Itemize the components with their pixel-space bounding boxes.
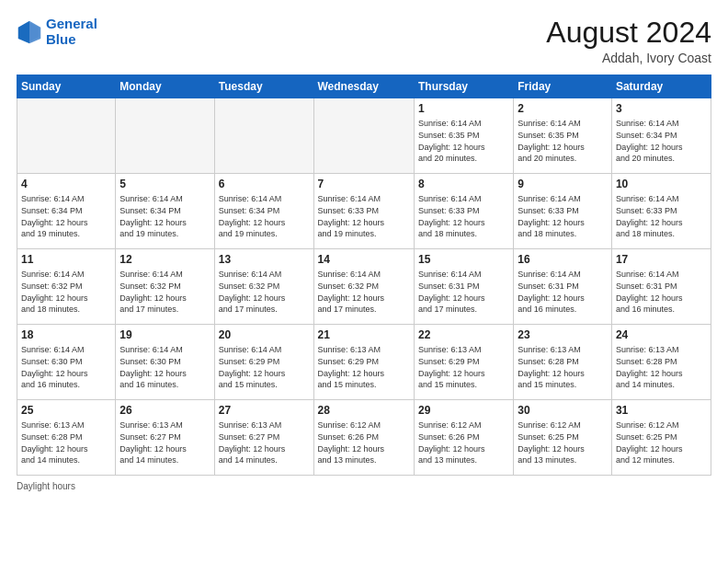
day-detail: Sunrise: 6:12 AMSunset: 6:26 PMDaylight:… bbox=[318, 419, 410, 465]
calendar-cell: 13Sunrise: 6:14 AMSunset: 6:32 PMDayligh… bbox=[214, 249, 313, 325]
day-detail: Sunrise: 6:12 AMSunset: 6:25 PMDaylight:… bbox=[518, 419, 608, 465]
logo-text: General Blue bbox=[46, 17, 97, 47]
calendar-cell: 5Sunrise: 6:14 AMSunset: 6:34 PMDaylight… bbox=[116, 174, 214, 249]
day-number: 27 bbox=[219, 403, 310, 418]
day-detail: Sunrise: 6:14 AMSunset: 6:34 PMDaylight:… bbox=[21, 193, 111, 239]
day-number: 18 bbox=[21, 327, 111, 342]
day-detail: Sunrise: 6:13 AMSunset: 6:29 PMDaylight:… bbox=[418, 344, 509, 390]
day-detail: Sunrise: 6:14 AMSunset: 6:32 PMDaylight:… bbox=[219, 269, 310, 315]
calendar-cell: 12Sunrise: 6:14 AMSunset: 6:32 PMDayligh… bbox=[116, 249, 214, 325]
calendar-cell: 9Sunrise: 6:14 AMSunset: 6:33 PMDaylight… bbox=[514, 174, 612, 249]
day-number: 21 bbox=[318, 327, 410, 342]
day-detail: Sunrise: 6:13 AMSunset: 6:28 PMDaylight:… bbox=[518, 344, 608, 390]
calendar-cell: 25Sunrise: 6:13 AMSunset: 6:28 PMDayligh… bbox=[17, 400, 116, 476]
day-number: 8 bbox=[418, 177, 509, 191]
day-number: 3 bbox=[616, 101, 707, 116]
page: General Blue August 2024 Addah, Ivory Co… bbox=[0, 0, 728, 563]
day-number: 30 bbox=[518, 403, 608, 418]
calendar-cell: 31Sunrise: 6:12 AMSunset: 6:25 PMDayligh… bbox=[611, 400, 711, 476]
day-number: 14 bbox=[318, 252, 410, 267]
day-detail: Sunrise: 6:13 AMSunset: 6:27 PMDaylight:… bbox=[219, 419, 310, 465]
calendar-header-sunday: Sunday bbox=[17, 75, 116, 98]
calendar-cell: 21Sunrise: 6:13 AMSunset: 6:29 PMDayligh… bbox=[313, 325, 414, 400]
calendar-cell: 3Sunrise: 6:14 AMSunset: 6:34 PMDaylight… bbox=[611, 98, 711, 174]
day-detail: Sunrise: 6:14 AMSunset: 6:33 PMDaylight:… bbox=[518, 193, 608, 239]
day-number: 15 bbox=[418, 252, 509, 267]
day-detail: Sunrise: 6:13 AMSunset: 6:28 PMDaylight:… bbox=[616, 344, 707, 390]
day-detail: Sunrise: 6:14 AMSunset: 6:33 PMDaylight:… bbox=[418, 193, 509, 239]
calendar-cell bbox=[17, 98, 116, 174]
day-number: 17 bbox=[616, 252, 707, 267]
calendar-header-wednesday: Wednesday bbox=[313, 75, 414, 98]
day-number: 13 bbox=[219, 252, 310, 267]
month-title: August 2024 bbox=[546, 17, 711, 49]
day-number: 9 bbox=[518, 177, 608, 191]
calendar-cell: 29Sunrise: 6:12 AMSunset: 6:26 PMDayligh… bbox=[414, 400, 513, 476]
location: Addah, Ivory Coast bbox=[546, 51, 711, 65]
daylight-hours-label: Daylight hours bbox=[17, 481, 75, 491]
day-detail: Sunrise: 6:14 AMSunset: 6:34 PMDaylight:… bbox=[616, 118, 707, 164]
day-detail: Sunrise: 6:13 AMSunset: 6:27 PMDaylight:… bbox=[119, 419, 210, 465]
calendar-cell: 16Sunrise: 6:14 AMSunset: 6:31 PMDayligh… bbox=[514, 249, 612, 325]
header: General Blue August 2024 Addah, Ivory Co… bbox=[17, 17, 711, 65]
day-detail: Sunrise: 6:14 AMSunset: 6:32 PMDaylight:… bbox=[318, 269, 410, 315]
calendar-cell: 1Sunrise: 6:14 AMSunset: 6:35 PMDaylight… bbox=[414, 98, 513, 174]
day-detail: Sunrise: 6:14 AMSunset: 6:31 PMDaylight:… bbox=[518, 269, 608, 315]
calendar-cell: 23Sunrise: 6:13 AMSunset: 6:28 PMDayligh… bbox=[514, 325, 612, 400]
legend: Daylight hours bbox=[17, 481, 711, 491]
calendar-week-3: 11Sunrise: 6:14 AMSunset: 6:32 PMDayligh… bbox=[17, 249, 711, 325]
calendar-cell: 7Sunrise: 6:14 AMSunset: 6:33 PMDaylight… bbox=[313, 174, 414, 249]
calendar-week-1: 1Sunrise: 6:14 AMSunset: 6:35 PMDaylight… bbox=[17, 98, 711, 174]
calendar-cell: 11Sunrise: 6:14 AMSunset: 6:32 PMDayligh… bbox=[17, 249, 116, 325]
calendar-cell: 27Sunrise: 6:13 AMSunset: 6:27 PMDayligh… bbox=[214, 400, 313, 476]
day-detail: Sunrise: 6:14 AMSunset: 6:33 PMDaylight:… bbox=[616, 193, 707, 239]
day-number: 4 bbox=[21, 177, 111, 191]
calendar-header-saturday: Saturday bbox=[611, 75, 711, 98]
day-number: 31 bbox=[616, 403, 707, 418]
day-detail: Sunrise: 6:14 AMSunset: 6:34 PMDaylight:… bbox=[119, 193, 210, 239]
calendar-week-4: 18Sunrise: 6:14 AMSunset: 6:30 PMDayligh… bbox=[17, 325, 711, 400]
calendar-header-row: SundayMondayTuesdayWednesdayThursdayFrid… bbox=[17, 75, 711, 98]
day-number: 28 bbox=[318, 403, 410, 418]
day-detail: Sunrise: 6:14 AMSunset: 6:31 PMDaylight:… bbox=[418, 269, 509, 315]
calendar-cell bbox=[116, 98, 214, 174]
day-number: 1 bbox=[418, 101, 509, 116]
day-number: 25 bbox=[21, 403, 111, 418]
day-detail: Sunrise: 6:14 AMSunset: 6:31 PMDaylight:… bbox=[616, 269, 707, 315]
day-detail: Sunrise: 6:14 AMSunset: 6:29 PMDaylight:… bbox=[219, 344, 310, 390]
day-number: 22 bbox=[418, 327, 509, 342]
calendar-cell bbox=[313, 98, 414, 174]
calendar-header-friday: Friday bbox=[514, 75, 612, 98]
calendar-cell: 2Sunrise: 6:14 AMSunset: 6:35 PMDaylight… bbox=[514, 98, 612, 174]
calendar-cell: 28Sunrise: 6:12 AMSunset: 6:26 PMDayligh… bbox=[313, 400, 414, 476]
calendar-cell: 26Sunrise: 6:13 AMSunset: 6:27 PMDayligh… bbox=[116, 400, 214, 476]
day-number: 20 bbox=[219, 327, 310, 342]
day-number: 6 bbox=[219, 177, 310, 191]
day-detail: Sunrise: 6:14 AMSunset: 6:33 PMDaylight:… bbox=[318, 193, 410, 239]
calendar-cell: 8Sunrise: 6:14 AMSunset: 6:33 PMDaylight… bbox=[414, 174, 513, 249]
calendar-cell: 19Sunrise: 6:14 AMSunset: 6:30 PMDayligh… bbox=[116, 325, 214, 400]
day-number: 29 bbox=[418, 403, 509, 418]
calendar-cell: 15Sunrise: 6:14 AMSunset: 6:31 PMDayligh… bbox=[414, 249, 513, 325]
day-number: 5 bbox=[119, 177, 210, 191]
calendar-header-monday: Monday bbox=[116, 75, 214, 98]
day-number: 19 bbox=[119, 327, 210, 342]
calendar-cell: 18Sunrise: 6:14 AMSunset: 6:30 PMDayligh… bbox=[17, 325, 116, 400]
calendar-header-tuesday: Tuesday bbox=[214, 75, 313, 98]
day-number: 16 bbox=[518, 252, 608, 267]
day-detail: Sunrise: 6:14 AMSunset: 6:30 PMDaylight:… bbox=[119, 344, 210, 390]
calendar-cell: 24Sunrise: 6:13 AMSunset: 6:28 PMDayligh… bbox=[611, 325, 711, 400]
day-detail: Sunrise: 6:14 AMSunset: 6:35 PMDaylight:… bbox=[518, 118, 608, 164]
day-detail: Sunrise: 6:13 AMSunset: 6:29 PMDaylight:… bbox=[318, 344, 410, 390]
day-number: 11 bbox=[21, 252, 111, 267]
day-number: 23 bbox=[518, 327, 608, 342]
day-detail: Sunrise: 6:14 AMSunset: 6:30 PMDaylight:… bbox=[21, 344, 111, 390]
calendar-cell: 20Sunrise: 6:14 AMSunset: 6:29 PMDayligh… bbox=[214, 325, 313, 400]
calendar-cell: 17Sunrise: 6:14 AMSunset: 6:31 PMDayligh… bbox=[611, 249, 711, 325]
day-detail: Sunrise: 6:13 AMSunset: 6:28 PMDaylight:… bbox=[21, 419, 111, 465]
logo: General Blue bbox=[17, 17, 97, 47]
day-detail: Sunrise: 6:12 AMSunset: 6:25 PMDaylight:… bbox=[616, 419, 707, 465]
calendar-cell bbox=[214, 98, 313, 174]
calendar-week-2: 4Sunrise: 6:14 AMSunset: 6:34 PMDaylight… bbox=[17, 174, 711, 249]
day-number: 7 bbox=[318, 177, 410, 191]
